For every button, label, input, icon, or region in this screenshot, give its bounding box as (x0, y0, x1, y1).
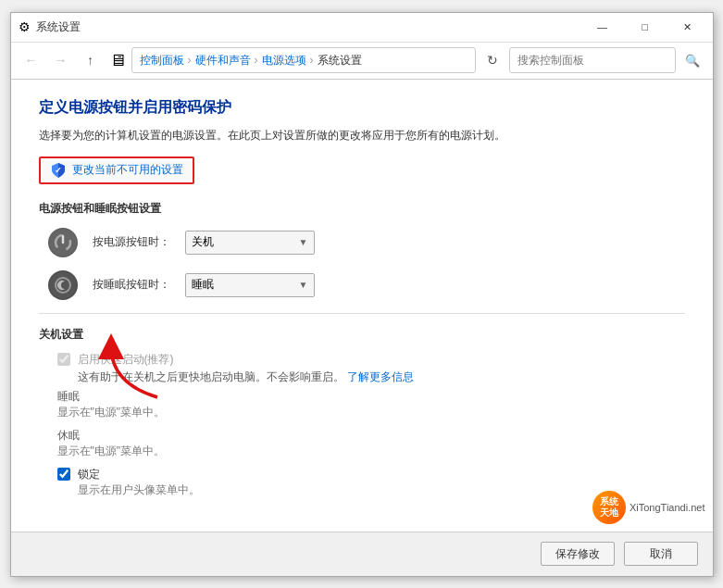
hibernate-option-name: 休眠 (57, 428, 685, 444)
learn-more-link[interactable]: 了解更多信息 (347, 370, 414, 383)
lock-option-name: 锁定 (78, 467, 200, 482)
window-icon: ⚙ (19, 19, 31, 34)
window-title: 系统设置 (36, 19, 81, 35)
sleep-option-desc: 显示在"电源"菜单中。 (57, 405, 685, 420)
maximize-button[interactable]: □ (624, 12, 667, 42)
breadcrumb-control-panel[interactable]: 控制面板 (140, 53, 184, 69)
power-button-row: 按电源按钮时： 关机 ▼ (39, 228, 685, 257)
power-icon (48, 228, 78, 257)
breadcrumb-power-options[interactable]: 电源选项 (262, 53, 306, 69)
breadcrumb: 控制面板 › 硬件和声音 › 电源选项 › 系统设置 (131, 47, 476, 73)
fast-startup-label-group: 启用快速启动(推荐) 这有助于在关机之后更快地启动电脑。不会影响重启。 了解更多… (78, 352, 414, 385)
main-window: ⚙ 系统设置 — □ ✕ ← → ↑ 🖥 控制面板 › 硬件和声音 › 电源选项… (10, 12, 714, 577)
watermark-text: XiTongTiandi.net (630, 502, 705, 513)
fast-startup-label: 启用快速启动(推荐) (78, 352, 414, 368)
power-button-section-title: 电源按钮和睡眠按钮设置 (39, 201, 685, 217)
content-inner: 定义电源按钮并启用密码保护 选择要为您的计算机设置的电源设置。在此页上对设置所做… (39, 98, 685, 498)
dropdown-arrow-sleep: ▼ (299, 280, 308, 290)
forward-button[interactable]: → (48, 47, 74, 73)
hibernate-option-desc: 显示在"电源"菜单中。 (57, 444, 685, 459)
shutdown-section: 关机设置 启用快速启动(推荐) 这有助于在关机之后更快地启动电脑。不会影响重启。… (39, 327, 685, 498)
back-button[interactable]: ← (19, 47, 44, 73)
change-unavailable-button[interactable]: ✓ 更改当前不可用的设置 (39, 156, 194, 184)
refresh-button[interactable]: ↻ (480, 47, 505, 73)
up-button[interactable]: ↑ (78, 47, 104, 73)
search-input[interactable] (509, 47, 676, 73)
fast-startup-row: 启用快速启动(推荐) 这有助于在关机之后更快地启动电脑。不会影响重启。 了解更多… (39, 352, 685, 385)
sleep-button-row: 按睡眠按钮时： 睡眠 ▼ (39, 270, 685, 300)
lock-option-row: 锁定 显示在用户头像菜单中。 (39, 467, 685, 498)
breadcrumb-hardware-sound[interactable]: 硬件和声音 (195, 53, 251, 69)
hibernate-option: 休眠 显示在"电源"菜单中。 (39, 428, 685, 459)
change-unavailable-label: 更改当前不可用的设置 (72, 162, 183, 178)
cancel-button[interactable]: 取消 (624, 542, 698, 566)
power-button-label: 按电源按钮时： (93, 234, 170, 250)
fast-startup-desc: 这有助于在关机之后更快地启动电脑。不会影响重启。 了解更多信息 (78, 369, 414, 385)
section-divider (39, 313, 685, 314)
dropdown-arrow-power: ▼ (299, 237, 308, 247)
search-button[interactable]: 🔍 (679, 47, 705, 73)
sleep-button-dropdown[interactable]: 睡眠 ▼ (185, 273, 315, 297)
svg-text:✓: ✓ (55, 166, 62, 175)
address-bar: ← → ↑ 🖥 控制面板 › 硬件和声音 › 电源选项 › 系统设置 ↻ 🔍 (11, 43, 713, 80)
sleep-icon (48, 270, 78, 300)
page-description: 选择要为您的计算机设置的电源设置。在此页上对设置所做的更改将应用于您所有的电源计… (39, 127, 685, 144)
shutdown-section-title: 关机设置 (39, 327, 685, 343)
title-bar-controls: — □ ✕ (581, 12, 709, 42)
folder-icon: 🖥 (109, 51, 126, 70)
lock-label-group: 锁定 显示在用户头像菜单中。 (78, 467, 200, 498)
minimize-button[interactable]: — (581, 12, 624, 42)
save-button[interactable]: 保存修改 (541, 542, 615, 566)
sleep-button-value: 睡眠 (192, 277, 214, 293)
sleep-option-name: 睡眠 (57, 389, 685, 405)
title-bar-left: ⚙ 系统设置 (19, 19, 81, 35)
fast-startup-checkbox[interactable] (57, 353, 70, 366)
title-bar: ⚙ 系统设置 — □ ✕ (11, 13, 713, 43)
sleep-button-label: 按睡眠按钮时： (93, 277, 170, 293)
shield-icon: ✓ (50, 162, 67, 179)
content-area: 定义电源按钮并启用密码保护 选择要为您的计算机设置的电源设置。在此页上对设置所做… (11, 80, 713, 532)
lock-checkbox[interactable] (57, 468, 70, 481)
power-button-dropdown[interactable]: 关机 ▼ (185, 231, 315, 255)
lock-option-desc: 显示在用户头像菜单中。 (78, 482, 200, 498)
page-title: 定义电源按钮并启用密码保护 (39, 98, 685, 118)
close-button[interactable]: ✕ (667, 12, 709, 42)
sleep-option: 睡眠 显示在"电源"菜单中。 (39, 389, 685, 420)
breadcrumb-current: 系统设置 (318, 53, 362, 69)
power-button-value: 关机 (192, 234, 214, 250)
bottom-bar: 保存修改 取消 (11, 532, 713, 576)
